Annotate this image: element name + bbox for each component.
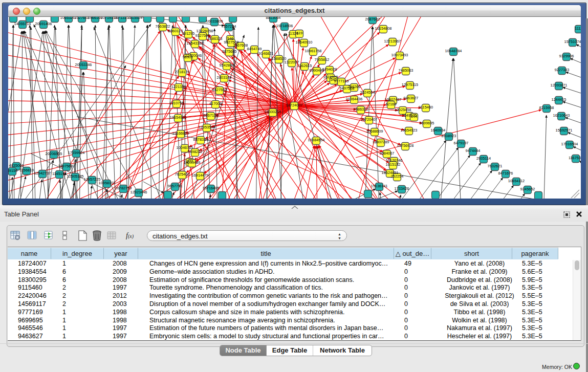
- svg-text:19654923: 19654923: [401, 128, 418, 133]
- svg-text:20691406: 20691406: [35, 21, 52, 26]
- svg-text:891295: 891295: [182, 31, 195, 36]
- svg-text:7485063: 7485063: [399, 68, 413, 73]
- svg-text:3267130: 3267130: [204, 113, 219, 118]
- svg-text:62160: 62160: [386, 102, 397, 106]
- svg-text:15751074: 15751074: [564, 39, 581, 44]
- svg-text:1156819: 1156819: [19, 168, 34, 172]
- svg-text:1221338: 1221338: [171, 84, 186, 89]
- svg-text:8454749: 8454749: [247, 47, 262, 51]
- svg-text:16543382: 16543382: [187, 41, 204, 46]
- svg-text:17359924: 17359924: [68, 150, 85, 155]
- svg-text:12213967: 12213967: [384, 39, 401, 43]
- svg-text:30975687: 30975687: [58, 164, 75, 168]
- svg-text:1640934: 1640934: [431, 128, 446, 133]
- svg-text:2935114: 2935114: [476, 156, 491, 161]
- svg-text:7515524: 7515524: [128, 17, 143, 20]
- svg-text:1362615: 1362615: [297, 63, 312, 68]
- svg-text:10654112: 10654112: [508, 179, 525, 183]
- svg-text:15136141: 15136141: [371, 184, 388, 188]
- svg-text:9084067: 9084067: [380, 151, 395, 156]
- svg-text:5498222: 5498222: [188, 149, 203, 154]
- svg-text:18640910: 18640910: [296, 40, 313, 45]
- svg-text:1145194: 1145194: [52, 171, 67, 176]
- svg-text:9657791: 9657791: [168, 184, 183, 188]
- svg-text:21364436: 21364436: [346, 97, 363, 101]
- svg-text:15692971: 15692971: [556, 128, 573, 133]
- svg-text:16154808: 16154808: [375, 26, 392, 31]
- svg-text:18300295: 18300295: [265, 110, 281, 114]
- svg-text:18807289: 18807289: [373, 140, 389, 144]
- svg-text:7663822: 7663822: [156, 24, 170, 29]
- svg-text:419: 419: [296, 31, 302, 35]
- svg-text:7955812: 7955812: [315, 57, 330, 62]
- svg-text:19384554: 19384554: [308, 138, 325, 142]
- svg-text:12975115: 12975115: [402, 82, 418, 87]
- svg-text:1910755: 1910755: [169, 101, 184, 105]
- svg-text:9474444: 9474444: [466, 148, 481, 153]
- svg-text:12093871: 12093871: [551, 83, 568, 87]
- svg-text:9242848: 9242848: [220, 63, 234, 68]
- svg-text:13226058: 13226058: [197, 29, 213, 33]
- svg-text:1733426: 1733426: [395, 186, 409, 191]
- svg-text:19756928: 19756928: [397, 143, 414, 148]
- svg-text:7632621: 7632621: [488, 164, 503, 168]
- svg-text:9777169: 9777169: [334, 79, 349, 83]
- svg-text:1112: 1112: [575, 26, 581, 31]
- svg-text:844: 844: [411, 114, 417, 119]
- svg-text:8427552: 8427552: [212, 87, 227, 92]
- svg-text:2718176: 2718176: [175, 70, 190, 74]
- svg-text:3875685: 3875685: [222, 49, 237, 54]
- svg-text:12923446: 12923446: [130, 190, 147, 194]
- svg-text:1167533: 1167533: [569, 156, 581, 160]
- svg-text:1527602: 1527602: [75, 17, 90, 20]
- svg-text:252254: 252254: [391, 174, 404, 179]
- svg-text:2803144: 2803144: [217, 75, 232, 80]
- svg-text:1244415: 1244415: [552, 97, 567, 102]
- svg-text:2867608: 2867608: [233, 43, 248, 48]
- svg-text:4835061: 4835061: [9, 163, 24, 168]
- svg-text:8960123: 8960123: [168, 29, 183, 33]
- svg-text:8186323: 8186323: [208, 36, 223, 41]
- svg-text:12505185: 12505185: [67, 174, 84, 179]
- svg-text:f(x): f(x): [126, 232, 134, 239]
- svg-text:10648784: 10648784: [445, 49, 462, 53]
- svg-text:16914479: 16914479: [192, 173, 209, 178]
- svg-text:19218506: 19218506: [276, 24, 293, 28]
- svg-text:8471676: 8471676: [498, 171, 513, 176]
- svg-text:18724007: 18724007: [286, 103, 303, 107]
- svg-text:17016504: 17016504: [561, 142, 578, 146]
- svg-text:10025458: 10025458: [395, 107, 411, 112]
- svg-text:9227343: 9227343: [555, 68, 570, 72]
- svg-text:20206535: 20206535: [46, 151, 62, 156]
- svg-text:10688609: 10688609: [366, 129, 383, 134]
- svg-text:9115460: 9115460: [419, 105, 433, 110]
- svg-text:6794028: 6794028: [322, 67, 337, 72]
- svg-text:746266: 746266: [348, 84, 361, 89]
- svg-text:8878334: 8878334: [193, 137, 208, 142]
- svg-text:10958107: 10958107: [99, 181, 116, 185]
- svg-text:417006: 417006: [209, 101, 222, 106]
- svg-text:7625402: 7625402: [175, 172, 190, 177]
- svg-text:19166829: 19166829: [172, 131, 189, 136]
- svg-text:8938923: 8938923: [442, 134, 456, 138]
- svg-text:7986322: 7986322: [354, 107, 368, 112]
- svg-text:8215958: 8215958: [539, 105, 554, 110]
- svg-text:19654925: 19654925: [170, 115, 187, 120]
- svg-text:14099489: 14099489: [184, 160, 201, 165]
- svg-text:6479197: 6479197: [454, 141, 469, 145]
- svg-text:20053346: 20053346: [75, 62, 92, 67]
- svg-text:1615132: 1615132: [386, 162, 401, 167]
- svg-text:12942737: 12942737: [34, 171, 51, 176]
- svg-text:17957225: 17957225: [84, 177, 101, 182]
- svg-text:15720407: 15720407: [361, 117, 378, 122]
- svg-text:16210643: 16210643: [553, 113, 570, 118]
- svg-text:9329906: 9329906: [559, 54, 574, 58]
- svg-text:7357224: 7357224: [222, 24, 236, 29]
- svg-text:8813054: 8813054: [266, 17, 281, 20]
- svg-text:16782759: 16782759: [115, 186, 132, 190]
- svg-text:9699695: 9699695: [420, 121, 434, 125]
- svg-text:9245652: 9245652: [520, 187, 535, 191]
- svg-text:2087682: 2087682: [365, 17, 380, 21]
- svg-text:39159: 39159: [8, 168, 17, 173]
- svg-text:15716485: 15716485: [203, 186, 220, 190]
